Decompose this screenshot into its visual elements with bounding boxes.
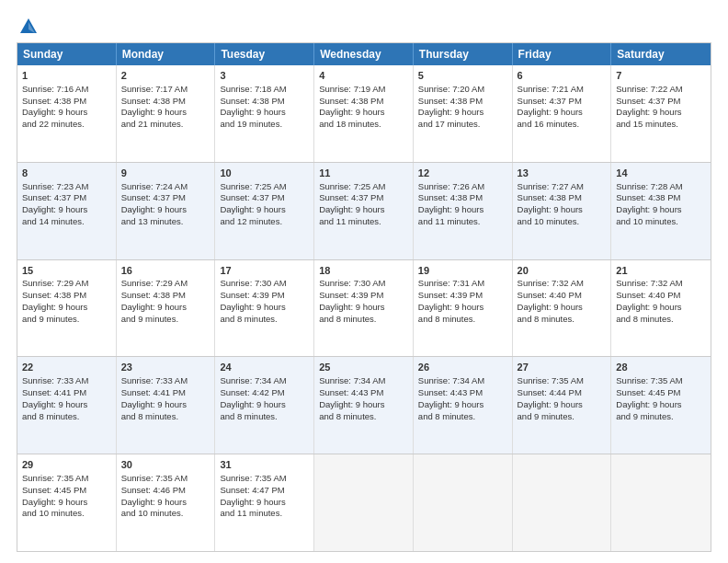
day-info-line: Daylight: 9 hours: [121, 399, 210, 411]
empty-cell: [513, 454, 612, 551]
day-cell-22: 22Sunrise: 7:33 AMSunset: 4:41 PMDayligh…: [17, 357, 117, 454]
day-number: 29: [22, 458, 111, 472]
day-info-line: Sunrise: 7:33 AM: [22, 375, 111, 387]
calendar-row-1: 1Sunrise: 7:16 AMSunset: 4:38 PMDaylight…: [17, 65, 711, 162]
day-cell-9: 9Sunrise: 7:24 AMSunset: 4:37 PMDaylight…: [117, 163, 216, 259]
day-info-line: Sunrise: 7:21 AM: [518, 84, 607, 96]
day-cell-10: 10Sunrise: 7:25 AMSunset: 4:37 PMDayligh…: [215, 163, 314, 259]
day-info-line: Sunrise: 7:20 AM: [418, 84, 507, 96]
day-info-line: Daylight: 9 hours: [220, 204, 309, 216]
day-number: 10: [220, 167, 309, 180]
day-header-saturday: Saturday: [611, 43, 711, 65]
day-info-line: and 10 minutes.: [518, 216, 607, 228]
day-info-line: Sunrise: 7:17 AM: [121, 84, 210, 96]
day-info-line: Sunrise: 7:34 AM: [319, 375, 408, 387]
calendar-page: SundayMondayTuesdayWednesdayThursdayFrid…: [0, 0, 728, 563]
day-info-line: Daylight: 9 hours: [121, 107, 210, 119]
day-info-line: and 9 minutes.: [518, 411, 607, 423]
day-number: 2: [121, 69, 210, 83]
day-info-line: and 8 minutes.: [121, 411, 210, 423]
day-info-line: Sunrise: 7:27 AM: [518, 181, 607, 193]
day-info-line: Sunset: 4:37 PM: [616, 96, 706, 108]
day-cell-21: 21Sunrise: 7:32 AMSunset: 4:40 PMDayligh…: [611, 260, 711, 357]
day-info-line: and 14 minutes.: [22, 216, 111, 228]
day-info-line: Daylight: 9 hours: [319, 302, 408, 314]
day-info-line: Daylight: 9 hours: [616, 107, 706, 119]
day-number: 5: [418, 69, 507, 83]
day-number: 30: [121, 458, 210, 472]
day-info-line: Daylight: 9 hours: [22, 302, 111, 314]
day-cell-20: 20Sunrise: 7:32 AMSunset: 4:40 PMDayligh…: [513, 260, 612, 357]
calendar: SundayMondayTuesdayWednesdayThursdayFrid…: [17, 42, 711, 552]
day-info-line: and 12 minutes.: [220, 216, 309, 228]
day-cell-23: 23Sunrise: 7:33 AMSunset: 4:41 PMDayligh…: [117, 357, 216, 454]
day-info-line: and 18 minutes.: [319, 119, 408, 131]
day-info-line: Sunrise: 7:19 AM: [319, 84, 408, 96]
day-cell-1: 1Sunrise: 7:16 AMSunset: 4:38 PMDaylight…: [17, 65, 117, 162]
day-info-line: Sunrise: 7:28 AM: [616, 181, 706, 193]
day-info-line: and 16 minutes.: [518, 119, 607, 131]
day-info-line: and 15 minutes.: [616, 119, 706, 131]
day-info-line: Sunrise: 7:35 AM: [22, 473, 111, 485]
day-info-line: and 9 minutes.: [616, 411, 706, 423]
day-info-line: Daylight: 9 hours: [220, 302, 309, 314]
day-header-thursday: Thursday: [414, 43, 513, 65]
day-cell-5: 5Sunrise: 7:20 AMSunset: 4:38 PMDaylight…: [414, 65, 513, 162]
day-info-line: Sunset: 4:37 PM: [121, 192, 210, 204]
day-cell-15: 15Sunrise: 7:29 AMSunset: 4:38 PMDayligh…: [17, 260, 117, 357]
day-info-line: Sunset: 4:43 PM: [319, 387, 408, 399]
day-info-line: Daylight: 9 hours: [121, 302, 210, 314]
day-number: 1: [22, 69, 111, 83]
day-info-line: Sunrise: 7:33 AM: [121, 375, 210, 387]
day-info-line: Sunset: 4:41 PM: [22, 387, 111, 399]
day-info-line: and 19 minutes.: [220, 119, 309, 131]
day-info-line: Sunrise: 7:24 AM: [121, 181, 210, 193]
day-info-line: Sunrise: 7:22 AM: [616, 84, 706, 96]
day-number: 13: [518, 167, 607, 180]
day-cell-12: 12Sunrise: 7:26 AMSunset: 4:38 PMDayligh…: [414, 163, 513, 259]
day-info-line: Sunset: 4:38 PM: [319, 96, 408, 108]
day-info-line: and 22 minutes.: [22, 119, 111, 131]
day-info-line: Sunset: 4:46 PM: [121, 485, 210, 497]
day-info-line: Sunrise: 7:35 AM: [220, 473, 309, 485]
day-number: 6: [518, 69, 607, 83]
day-header-wednesday: Wednesday: [314, 43, 414, 65]
day-info-line: Sunset: 4:45 PM: [22, 485, 111, 497]
day-number: 3: [220, 69, 309, 83]
day-header-friday: Friday: [513, 43, 612, 65]
day-cell-28: 28Sunrise: 7:35 AMSunset: 4:45 PMDayligh…: [611, 357, 711, 454]
day-cell-30: 30Sunrise: 7:35 AMSunset: 4:46 PMDayligh…: [117, 454, 216, 551]
day-number: 18: [319, 264, 408, 278]
day-info-line: Sunset: 4:38 PM: [22, 290, 111, 302]
day-info-line: and 8 minutes.: [220, 314, 309, 326]
day-info-line: and 10 minutes.: [121, 508, 210, 520]
day-info-line: and 8 minutes.: [616, 314, 706, 326]
day-info-line: Sunrise: 7:18 AM: [220, 84, 309, 96]
day-info-line: Sunset: 4:38 PM: [616, 192, 706, 204]
day-info-line: Sunrise: 7:30 AM: [319, 278, 408, 290]
day-info-line: and 8 minutes.: [319, 411, 408, 423]
day-info-line: Sunset: 4:47 PM: [220, 485, 309, 497]
day-info-line: and 9 minutes.: [121, 314, 210, 326]
day-info-line: Sunset: 4:38 PM: [518, 192, 607, 204]
day-number: 9: [121, 167, 210, 180]
day-info-line: Daylight: 9 hours: [319, 399, 408, 411]
day-number: 15: [22, 264, 111, 278]
day-cell-31: 31Sunrise: 7:35 AMSunset: 4:47 PMDayligh…: [215, 454, 314, 551]
day-cell-14: 14Sunrise: 7:28 AMSunset: 4:38 PMDayligh…: [611, 163, 711, 259]
day-info-line: and 17 minutes.: [418, 119, 507, 131]
day-info-line: Sunset: 4:39 PM: [220, 290, 309, 302]
day-number: 11: [319, 167, 408, 180]
day-number: 25: [319, 361, 408, 374]
day-number: 16: [121, 264, 210, 278]
day-number: 28: [616, 361, 706, 374]
day-header-sunday: Sunday: [17, 43, 117, 65]
day-cell-19: 19Sunrise: 7:31 AMSunset: 4:39 PMDayligh…: [414, 260, 513, 357]
day-cell-26: 26Sunrise: 7:34 AMSunset: 4:43 PMDayligh…: [414, 357, 513, 454]
day-number: 20: [518, 264, 607, 278]
day-info-line: and 10 minutes.: [616, 216, 706, 228]
day-number: 24: [220, 361, 309, 374]
calendar-row-3: 15Sunrise: 7:29 AMSunset: 4:38 PMDayligh…: [17, 259, 711, 357]
day-info-line: Sunset: 4:38 PM: [121, 290, 210, 302]
day-info-line: Daylight: 9 hours: [319, 107, 408, 119]
